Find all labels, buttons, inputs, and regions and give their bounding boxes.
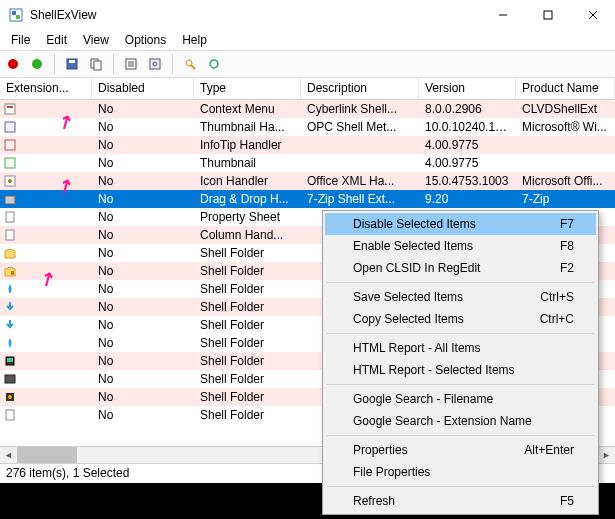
menu-separator [327,282,594,283]
cell-description: Office XML Ha... [301,174,419,188]
menu-item-label: File Properties [353,465,574,479]
find-icon[interactable] [181,55,199,73]
menu-view[interactable]: View [76,31,116,49]
table-row[interactable]: NoContext MenuCyberlink Shell...8.0.0.29… [0,100,615,118]
menu-item-shortcut: F7 [560,217,574,231]
cell-type: Column Hand... [194,228,301,242]
close-button[interactable] [570,0,615,30]
row-icon [0,354,20,368]
cell-disabled: No [92,318,194,332]
menu-item[interactable]: HTML Report - Selected Items [325,359,596,381]
svg-rect-22 [7,106,13,108]
cell-type: Shell Folder [194,336,301,350]
menu-item[interactable]: Google Search - Extension Name [325,410,596,432]
menu-item-label: Save Selected Items [353,290,540,304]
menu-item-shortcut: Ctrl+S [540,290,574,304]
copy-icon[interactable] [87,55,105,73]
row-icon [0,336,20,350]
header-product[interactable]: Product Name [516,78,615,99]
toolbar-separator [54,54,55,74]
menu-item[interactable]: PropertiesAlt+Enter [325,439,596,461]
cell-description: OPC Shell Met... [301,120,419,134]
table-row[interactable]: NoThumbnail Ha...OPC Shell Met...10.0.10… [0,118,615,136]
menu-item-label: Properties [353,443,524,457]
table-row[interactable]: NoIcon HandlerOffice XML Ha...15.0.4753.… [0,172,615,190]
context-menu: Disable Selected ItemsF7Enable Selected … [322,210,599,515]
menu-item[interactable]: Copy Selected ItemsCtrl+C [325,308,596,330]
menu-item[interactable]: RefreshF5 [325,490,596,512]
menu-item[interactable]: Save Selected ItemsCtrl+S [325,286,596,308]
menu-options[interactable]: Options [118,31,173,49]
cell-version: 10.0.10240.163... [419,120,516,134]
scroll-left-icon[interactable]: ◄ [0,447,17,464]
enable-icon[interactable] [28,55,46,73]
cell-type: Drag & Drop H... [194,192,301,206]
scroll-right-icon[interactable]: ► [598,447,615,464]
menu-item[interactable]: Open CLSID In RegEditF2 [325,257,596,279]
row-icon [0,318,20,332]
menu-item-label: Enable Selected Items [353,239,560,253]
header-type[interactable]: Type [194,78,301,99]
menu-item[interactable]: HTML Report - All Items [325,337,596,359]
cell-type: Thumbnail [194,156,301,170]
menu-item-shortcut: Ctrl+C [540,312,574,326]
menu-file[interactable]: File [4,31,37,49]
header-description[interactable]: Description [301,78,419,99]
cell-type: Shell Folder [194,246,301,260]
row-icon [0,300,20,314]
svg-line-20 [191,65,195,69]
disable-icon[interactable] [4,55,22,73]
svg-point-36 [8,395,12,399]
minimize-button[interactable] [480,0,525,30]
title-bar: ShellExView [0,0,615,30]
header-extension[interactable]: Extension... [0,78,92,99]
menu-item[interactable]: File Properties [325,461,596,483]
menu-item-shortcut: F5 [560,494,574,508]
toolbar-separator [172,54,173,74]
menu-item-shortcut: F2 [560,261,574,275]
menu-item[interactable]: Google Search - Filename [325,388,596,410]
cell-disabled: No [92,372,194,386]
cell-description: Cyberlink Shell... [301,102,419,116]
svg-point-27 [8,179,12,183]
row-icon [0,246,20,260]
row-icon [0,228,20,242]
svg-rect-4 [544,11,552,19]
menu-edit[interactable]: Edit [39,31,74,49]
refresh-icon[interactable] [205,55,223,73]
table-row[interactable]: NoInfoTip Handler4.00.9775 [0,136,615,154]
row-icon [0,390,20,404]
cell-type: Shell Folder [194,354,301,368]
menu-help[interactable]: Help [175,31,214,49]
cell-disabled: No [92,336,194,350]
svg-rect-25 [5,158,15,168]
svg-point-7 [8,59,18,69]
scroll-thumb[interactable] [17,447,77,463]
toolbar [0,50,615,78]
properties-icon[interactable] [122,55,140,73]
row-icon [0,156,20,170]
menu-item-label: HTML Report - All Items [353,341,574,355]
toolbar-separator [113,54,114,74]
cell-type: Context Menu [194,102,301,116]
cell-type: Shell Folder [194,318,301,332]
svg-rect-30 [6,230,14,240]
save-icon[interactable] [63,55,81,73]
cell-disabled: No [92,210,194,224]
svg-rect-24 [5,140,15,150]
table-row[interactable]: NoDrag & Drop H...7-Zip Shell Ext...9.20… [0,190,615,208]
table-row[interactable]: NoThumbnail4.00.9775 [0,154,615,172]
header-disabled[interactable]: Disabled [92,78,194,99]
svg-rect-1 [12,11,16,15]
header-version[interactable]: Version [419,78,516,99]
svg-rect-37 [6,410,14,420]
cell-disabled: No [92,390,194,404]
svg-rect-28 [5,196,15,204]
menu-item[interactable]: Enable Selected ItemsF8 [325,235,596,257]
cell-type: Shell Folder [194,390,301,404]
cell-disabled: No [92,138,194,152]
settings-icon[interactable] [146,55,164,73]
menu-item[interactable]: Disable Selected ItemsF7 [325,213,596,235]
maximize-button[interactable] [525,0,570,30]
cell-disabled: No [92,282,194,296]
